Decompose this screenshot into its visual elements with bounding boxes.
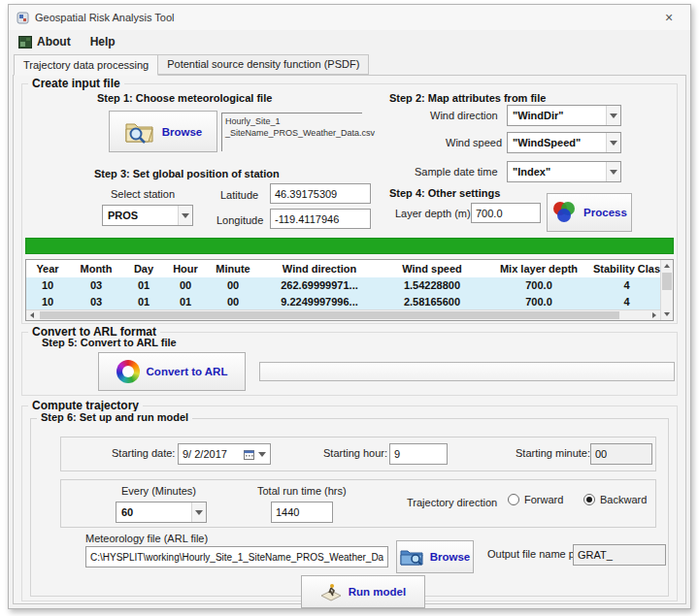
vscroll-thumb[interactable] (662, 273, 672, 290)
cell: 2.58165600 (380, 296, 484, 308)
step6-heading: Step 6: Set up and run model (37, 411, 192, 423)
cell: 01 (123, 296, 164, 308)
station-combo[interactable]: PROS (102, 205, 193, 226)
output-prefix-field[interactable] (573, 544, 666, 566)
col-minute: Minute (207, 263, 259, 275)
wind-speed-combo-arrow-icon[interactable] (606, 133, 620, 152)
wind-direction-combo-value: "WindDir" (513, 110, 606, 121)
step5-heading: Step 5: Convert to ARL file (42, 337, 177, 348)
tab-trajectory-data-processing[interactable]: Trajectory data processing (14, 54, 158, 76)
every-minutes-arrow-icon[interactable] (191, 503, 206, 522)
wind-direction-combo[interactable]: "WindDir" (507, 105, 621, 126)
weather-data-table: Year Month Day Hour Minute Wind directio… (25, 259, 674, 321)
scroll-up-icon[interactable] (661, 260, 674, 272)
cell: 03 (69, 279, 123, 291)
create-input-group: Create input file Step 1: Choose meteoro… (21, 83, 678, 324)
wind-direction-combo-arrow-icon[interactable] (606, 106, 620, 125)
starting-date-value: 9/ 2/2017 (183, 448, 240, 460)
weather-table-main: Year Month Day Hour Minute Wind directio… (26, 260, 660, 320)
menu-help-label: Help (90, 35, 116, 49)
col-day: Day (123, 263, 164, 275)
met-csv-file-line1: Hourly_Site_1 (225, 115, 359, 127)
station-combo-value: PROS (108, 210, 178, 221)
starting-hour-field[interactable] (389, 443, 448, 465)
cell: 700.0 (484, 296, 593, 308)
table-horizontal-scrollbar[interactable] (26, 309, 660, 320)
total-run-time-field[interactable] (271, 502, 333, 523)
sample-datetime-label: Sample date time (415, 166, 498, 178)
compute-trajectory-group-label: Compute trajectory (28, 399, 143, 412)
col-wind-direction: Wind direction (259, 263, 380, 275)
hscroll-thumb[interactable] (40, 311, 619, 319)
folder-search-icon (124, 119, 155, 145)
date-dropdown-icon[interactable] (258, 452, 266, 457)
table-row[interactable]: 10 03 01 00 00 262.69999971... 1.5422880… (26, 277, 660, 294)
vscroll-track[interactable] (661, 272, 673, 308)
hscroll-track[interactable] (38, 310, 649, 320)
met-arl-file-field[interactable] (85, 546, 388, 567)
process-button[interactable]: Process (547, 193, 632, 232)
convert-to-arl-label: Convert to ARL (147, 366, 228, 377)
latitude-label: Latitude (220, 189, 258, 201)
col-hour: Hour (164, 263, 207, 275)
step6-group: Step 6: Set up and run model Starting da… (30, 418, 669, 597)
run-model-label: Run model (349, 586, 406, 598)
menu-help[interactable]: Help (90, 35, 116, 49)
step2-heading: Step 2: Map attributes from file (389, 92, 546, 104)
convert-progress-bar (259, 362, 675, 381)
convert-to-arl-button[interactable]: Convert to ARL (98, 352, 246, 391)
cell: 01 (123, 279, 164, 291)
sample-datetime-combo[interactable]: "Index" (507, 161, 621, 182)
browse-arl-button[interactable]: Browse (396, 540, 474, 573)
forward-radio-icon[interactable] (508, 494, 519, 505)
starting-minute-label: Starting minute: (516, 447, 590, 459)
col-month: Month (69, 263, 123, 275)
wind-speed-combo[interactable]: "WindSpeed" (507, 132, 621, 153)
convert-arl-group: Convert to ARL format Step 5: Convert to… (21, 332, 678, 396)
longitude-field[interactable] (270, 209, 371, 229)
col-mix-layer-depth: Mix layer depth (484, 263, 593, 275)
menu-bar: About Help (9, 30, 690, 53)
cell: 1.54228800 (380, 279, 484, 291)
scroll-right-icon[interactable] (649, 310, 660, 321)
layer-depth-label: Layer depth (m) (395, 208, 471, 219)
backward-radio[interactable]: Backward (583, 494, 647, 505)
start-time-panel: Starting date: 9/ 2/2017 Starting hour: … (60, 437, 656, 471)
app-icon (17, 12, 29, 24)
every-minutes-combo[interactable]: 60 (116, 502, 207, 523)
starting-minute-field[interactable] (590, 443, 652, 465)
starting-date-picker[interactable]: 9/ 2/2017 (178, 443, 271, 465)
step3-heading: Step 3: Set global position of station (94, 168, 280, 179)
forward-radio[interactable]: Forward (508, 494, 563, 505)
close-button[interactable]: × (655, 10, 682, 25)
scroll-down-icon[interactable] (661, 308, 674, 320)
latitude-field[interactable] (270, 183, 371, 204)
station-combo-arrow-icon[interactable] (178, 206, 192, 225)
color-wheel-icon (116, 360, 140, 383)
browse-met-csv-button[interactable]: Browse (109, 111, 217, 152)
browse-met-csv-label: Browse (162, 126, 203, 138)
step4-heading: Step 4: Other settings (389, 187, 500, 199)
run-model-icon (320, 582, 342, 601)
col-stability-class: Stability Class (593, 263, 660, 275)
run-model-button[interactable]: Run model (301, 575, 425, 608)
trajectory-direction-label: Trajectory direction (407, 497, 497, 508)
sample-datetime-combo-arrow-icon[interactable] (606, 162, 620, 181)
every-minutes-value: 60 (121, 506, 191, 518)
backward-radio-label: Backward (600, 494, 647, 505)
met-arl-file-label: Meteorology file (ARL file) (85, 533, 208, 544)
table-row[interactable]: 10 03 01 01 00 9.2249997996... 2.5816560… (26, 293, 660, 309)
table-vertical-scrollbar[interactable] (660, 260, 673, 320)
cell: 262.69999971... (259, 279, 380, 291)
wind-direction-label: Wind direction (430, 110, 498, 121)
step1-heading: Step 1: Choose meteorological file (97, 92, 272, 104)
tab-psdf[interactable]: Potential source density function (PSDF) (157, 54, 369, 75)
layer-depth-field[interactable] (471, 203, 541, 223)
cell: 00 (207, 296, 259, 308)
met-csv-file-label: Hourly_Site_1 _SiteName_PROS_Weather_Dat… (221, 113, 362, 151)
menu-about-label: About (37, 35, 71, 49)
col-year: Year (26, 263, 69, 275)
menu-about[interactable]: About (18, 35, 71, 49)
backward-radio-icon[interactable] (583, 494, 595, 505)
scroll-left-icon[interactable] (26, 310, 38, 321)
